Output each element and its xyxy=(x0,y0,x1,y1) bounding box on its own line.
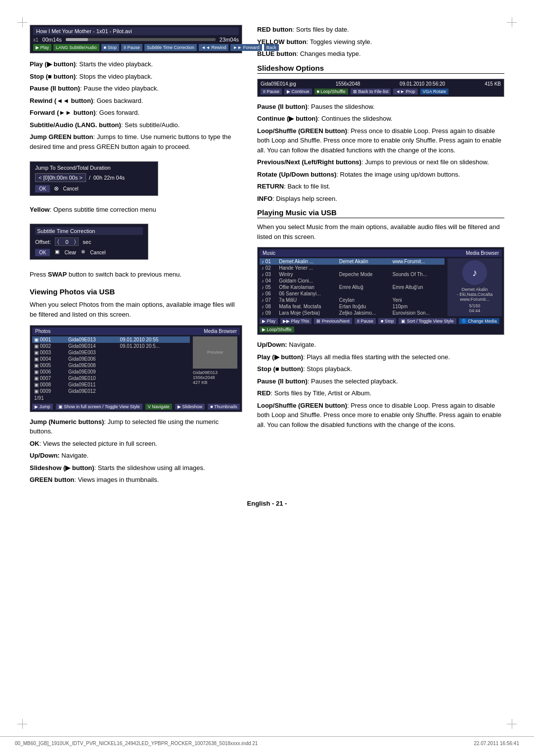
ss-prop-btn[interactable]: ◄► Prop xyxy=(393,89,417,94)
table-row[interactable]: ▣ 0004Gida09E006 xyxy=(32,356,190,362)
play-button[interactable]: ▶ Play xyxy=(33,44,51,51)
table-row[interactable]: ♪ 05Oflie KarolamanEmre AltuğEmre Altuğ'… xyxy=(260,284,445,290)
table-row[interactable]: ♪ 04Goldam Cioni... xyxy=(260,278,445,284)
music-content: ♪ 01Demet Akalin ...Demet Akalinwww.Foru… xyxy=(260,258,502,316)
jump-cancel-button[interactable]: Cancel xyxy=(63,185,78,192)
music-prev-next-btn[interactable]: ⊠ Previous/Next xyxy=(314,318,352,324)
slideshow-descriptions: Pause (II button): Pauses the slideshow.… xyxy=(257,102,504,204)
music-play-this-btn[interactable]: ▶▶ Play This xyxy=(280,318,312,324)
ok-photos-desc: OK: Views the selected picture in full s… xyxy=(30,439,242,449)
green-photos-desc: GREEN button: Views images in thumbnails… xyxy=(30,475,242,485)
music-pause-desc: Pause (II button): Pauses the selected p… xyxy=(257,377,504,386)
photos-fullscreen-btn[interactable]: ▣ Show in full screen / Toggle View Styl… xyxy=(56,404,142,410)
table-row[interactable]: ♪ 0606 Saner Kalanyi... xyxy=(260,290,445,297)
ss-filelist-btn[interactable]: ⊠ Back to File-list xyxy=(351,89,391,94)
music-pause-btn[interactable]: II Pause xyxy=(355,318,376,324)
jump-to-second-box: Jump To Second/Total Duration < [0]0h:00… xyxy=(30,161,158,196)
table-row[interactable]: ♪ 03WintryDepeche ModeSounds Of Th... xyxy=(260,271,445,278)
music-play-btn[interactable]: ▶ Play xyxy=(260,318,278,324)
photos-header-right: Media Browser xyxy=(204,329,237,334)
yellow-desc: YELLOW button: Toggles viewing style. xyxy=(257,37,504,47)
offset-right-arrow[interactable]: 〉 xyxy=(74,238,76,245)
music-header: Music Media Browser xyxy=(260,249,502,257)
music-sort-btn[interactable]: ▣ Sort / Toggle View Style xyxy=(399,318,456,324)
table-row[interactable]: ♪ 02Hande Yener ... xyxy=(260,265,445,271)
offset-control[interactable]: 〈 0 〉 xyxy=(55,237,79,246)
slideshow-resolution: 1556x2048 xyxy=(336,81,360,87)
table-row[interactable]: ▣ 0002Gida09E01409.01.2010 20:5... xyxy=(32,343,190,349)
page: How I Met Your Mother - 1x01 - Pilot.avi… xyxy=(0,0,534,756)
table-row[interactable]: ▣ 0001Gida09E01309.01.2010 20:55 xyxy=(32,336,190,343)
music-change-media-btn[interactable]: 🔵 Change Media xyxy=(459,318,499,324)
jump-green-desc: Jump GREEN button: Jumps to time. Use nu… xyxy=(30,132,242,151)
jump-input[interactable]: < [0]0h:00m 00s > xyxy=(35,173,86,182)
player-title: How I Met Your Mother - 1x01 - Pilot.avi xyxy=(33,27,239,35)
music-stop-btn[interactable]: ■ Stop xyxy=(378,318,396,324)
music-red-desc: RED: Sorts files by Title, Artist or Alb… xyxy=(257,388,504,398)
music-note-icon: ♪ xyxy=(462,260,487,285)
play-desc: Play (▶ button): Starts the video playba… xyxy=(30,59,242,69)
table-row[interactable]: ♪ 09Lara Moje (Serbia)Zeljko Jaksimo...E… xyxy=(260,310,445,316)
ss-loop-btn[interactable]: ■ Loop/Shuffle xyxy=(314,89,348,94)
subtitle-clear-button[interactable]: Clear xyxy=(64,249,76,256)
music-stop-desc: Stop (■ button): Stops playback. xyxy=(257,364,504,374)
subtitle-cancel-button[interactable]: Cancel xyxy=(90,249,105,256)
player-remaining: 23m04s xyxy=(220,37,239,43)
music-header-right: Media Browser xyxy=(466,250,499,256)
subtitle-clear-icon: ▣ xyxy=(55,249,59,256)
lang-button[interactable]: LANG Subtitle/Audio xyxy=(53,44,99,51)
page-footer: 00_MB60_[GB]_1910UK_IDTV_PVR_NICKEL16_24… xyxy=(0,736,534,746)
photos-thumbnails-btn[interactable]: ■ Thumbnails xyxy=(208,404,239,410)
ss-return-desc: RETURN: Back to file list. xyxy=(257,182,504,191)
jump-ok-button[interactable]: OK xyxy=(35,185,50,192)
photos-slideshow-btn[interactable]: ▶ Slideshow xyxy=(175,404,205,410)
jump-total: 00h 22m 04s xyxy=(93,175,125,181)
table-row[interactable]: ▣ 0009Gida09E012 xyxy=(32,388,190,394)
table-row[interactable]: ▣ 0006Gida09E009 xyxy=(32,369,190,375)
subtitle-ok-button[interactable]: OK xyxy=(35,249,50,256)
ss-prevnext-desc: Previous/Next (Left/Right buttons): Jump… xyxy=(257,157,504,167)
table-row[interactable]: ♪ 08Mafia feat. MoctafaErtan Itoğdu110pm xyxy=(260,303,445,310)
ss-continue-btn[interactable]: ▶ Continue xyxy=(284,89,312,94)
page-number: English - 21 - xyxy=(30,500,504,507)
left-column: How I Met Your Mother - 1x01 - Pilot.avi… xyxy=(30,25,242,490)
photos-box: Photos Media Browser ▣ 0001Gida09E01309.… xyxy=(30,325,242,412)
now-playing-artist: Demet Akalin xyxy=(449,287,500,292)
table-row[interactable]: ♪ 077a MiliUCeylanYeni xyxy=(260,297,445,303)
subtitle-button[interactable]: Subtitle Time Correction xyxy=(144,44,197,51)
photos-descriptions: Jump (Numeric buttons): Jump to selected… xyxy=(30,417,242,485)
playing-music-heading: Playing Music via USB xyxy=(257,208,504,218)
photos-list: ▣ 0001Gida09E01309.01.2010 20:55 ▣ 0002G… xyxy=(32,336,190,402)
photos-jump-btn[interactable]: ▶ Jump xyxy=(32,404,53,410)
table-row[interactable]: ♪ 01Demet Akalin ...Demet Akalinwww.Foru… xyxy=(260,258,445,265)
player-progress-fill xyxy=(66,38,88,41)
forward-desc: Forward (►► button): Goes forward. xyxy=(30,108,242,118)
pause-button[interactable]: II Pause xyxy=(121,44,142,51)
blue-desc: BLUE button: Changes media type. xyxy=(257,49,504,59)
stop-button[interactable]: ■ Stop xyxy=(101,44,119,51)
slideshow-btn-desc: Slideshow (▶ button): Starts the slidesh… xyxy=(30,463,242,473)
right-descriptions: RED button: Sorts files by date. YELLOW … xyxy=(257,25,504,59)
music-loop-btn[interactable]: ▶ Loop/Shuffle xyxy=(260,327,294,332)
track-info: 5/150 xyxy=(449,303,500,308)
footer-left: 00_MB60_[GB]_1910UK_IDTV_PVR_NICKEL16_24… xyxy=(15,741,258,746)
ss-rotate-btn[interactable]: VGA Rotate xyxy=(420,89,449,94)
ss-pause-btn[interactable]: II Pause xyxy=(261,89,282,94)
table-row[interactable]: ▣ 0007Gida09E010 xyxy=(32,375,190,381)
music-footer: ▶ Play ▶▶ Play This ⊠ Previous/Next II P… xyxy=(260,318,502,332)
pause-desc: Pause (II button): Pause the video playb… xyxy=(30,84,242,94)
rewind-button[interactable]: ◄◄ Rewind xyxy=(199,44,228,51)
offset-unit: sec xyxy=(83,239,91,245)
music-box: Music Media Browser ♪ 01Demet Akalin ...… xyxy=(257,247,504,335)
ss-pause-desc: Pause (II button): Pauses the slideshow. xyxy=(257,102,504,112)
music-now-playing: ♪ Demet Akalin - Eki,Nata,Cocalta www.Fo… xyxy=(447,258,502,316)
table-row[interactable]: ▣ 0003Gida09E003 xyxy=(32,349,190,356)
player-ui: How I Met Your Mother - 1x01 - Pilot.avi… xyxy=(30,25,242,53)
now-playing-extra: www.Forumit... xyxy=(449,297,500,302)
offset-value: 0 xyxy=(61,239,72,245)
photos-navigate-btn[interactable]: V Navigate xyxy=(145,404,172,410)
table-row[interactable]: ▣ 0005Gida09E008 xyxy=(32,362,190,369)
table-row[interactable]: ▣ 0008Gida09E011 xyxy=(32,381,190,388)
offset-left-arrow[interactable]: 〈 xyxy=(57,238,59,245)
subtitle-audio-desc: Subtitle/Audio (LANG. button): Sets subt… xyxy=(30,120,242,130)
